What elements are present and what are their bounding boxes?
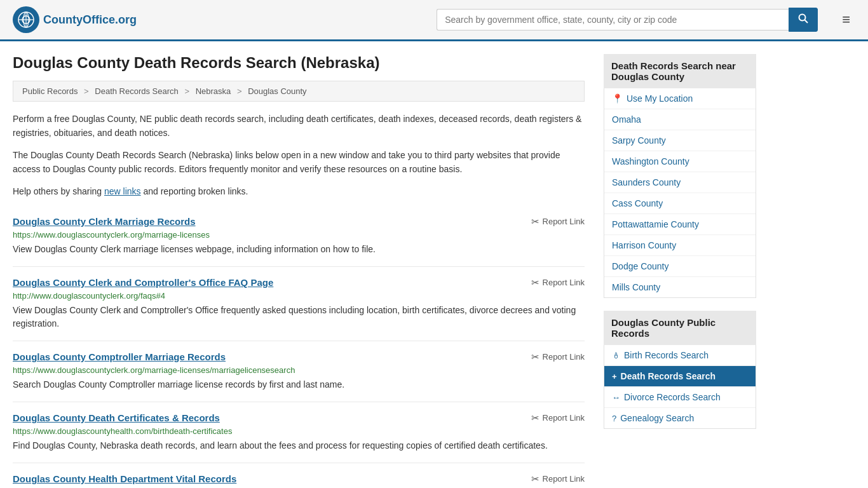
content-area: Douglas County Death Records Search (Neb…: [13, 54, 585, 488]
records-list: Douglas County Clerk Marriage Records ✂ …: [13, 206, 585, 488]
sidebar-nearby-link-3[interactable]: Washington County: [604, 151, 756, 172]
sidebar-nearby-item-9: Mills County: [604, 277, 756, 297]
breadcrumb-sep-1: >: [84, 86, 89, 96]
divorce-icon: ↔: [612, 393, 620, 402]
report-icon-3: ✂: [531, 412, 539, 424]
search-container: [437, 8, 818, 32]
logo-link[interactable]: CountyOffice.org: [13, 6, 137, 33]
sidebar-nearby-link-2[interactable]: Sarpy County: [604, 130, 756, 151]
sidebar-pub-link-3[interactable]: ?Genealogy Search: [604, 408, 756, 428]
report-link-btn-0[interactable]: ✂ Report Link: [531, 216, 585, 227]
birth-icon: 🕯: [612, 351, 620, 360]
desc-p3-post: and reporting broken links.: [141, 186, 248, 196]
record-title-4[interactable]: Douglas County Health Department Vital R…: [13, 473, 236, 484]
record-url-1: http://www.douglascountyclerk.org/faqs#4: [13, 291, 585, 301]
sidebar-nearby-link-0[interactable]: 📍Use My Location: [604, 88, 756, 109]
record-title-2[interactable]: Douglas County Comptroller Marriage Reco…: [13, 351, 226, 362]
sidebar-pub-item-3: ?Genealogy Search: [604, 408, 756, 428]
report-icon-1: ✂: [531, 277, 539, 288]
report-label-2: Report Link: [543, 352, 585, 362]
record-url-2: https://www.douglascountyclerk.org/marri…: [13, 365, 585, 375]
sidebar-nearby-link-9[interactable]: Mills County: [604, 277, 756, 297]
sidebar-pub-link-0[interactable]: 🕯Birth Records Search: [604, 345, 756, 365]
sidebar-pub-item-1: +Death Records Search: [604, 366, 756, 387]
breadcrumb: Public Records > Death Records Search > …: [13, 81, 585, 102]
sidebar-nearby-item-1: Omaha: [604, 109, 756, 130]
record-header-0: Douglas County Clerk Marriage Records ✂ …: [13, 216, 585, 227]
desc-paragraph-3: Help others by sharing new links and rep…: [13, 184, 585, 198]
menu-button[interactable]: ≡: [837, 9, 855, 30]
desc-paragraph-2: The Douglas County Death Records Search …: [13, 148, 585, 177]
report-link-btn-4[interactable]: ✂ Report Link: [531, 473, 585, 485]
logo-county: CountyOffice: [43, 13, 115, 26]
record-item-1: Douglas County Clerk and Comptroller's O…: [13, 267, 585, 341]
record-item-3: Douglas County Death Certificates & Reco…: [13, 402, 585, 463]
sidebar-nearby-item-0: 📍Use My Location: [604, 88, 756, 109]
breadcrumb-link-4[interactable]: Douglas County: [248, 86, 307, 96]
sidebar: Death Records Search near Douglas County…: [604, 54, 756, 488]
logo-icon: [13, 6, 39, 33]
sidebar-nearby-link-5[interactable]: Cass County: [604, 193, 756, 214]
report-label-3: Report Link: [543, 413, 585, 423]
report-label-0: Report Link: [543, 217, 585, 226]
record-desc-1: View Douglas County Clerk and Comptrolle…: [13, 304, 585, 330]
record-url-3: https://www.douglascountyhealth.com/birt…: [13, 426, 585, 436]
report-icon-0: ✂: [531, 216, 539, 227]
sidebar-pub-link-2[interactable]: ↔Divorce Records Search: [604, 387, 756, 407]
search-button[interactable]: [789, 8, 818, 32]
sidebar-public-records-header: Douglas County Public Records: [604, 311, 756, 345]
report-label-4: Report Link: [543, 474, 585, 484]
breadcrumb-sep-2: >: [184, 86, 189, 96]
sidebar-pub-item-0: 🕯Birth Records Search: [604, 345, 756, 366]
description-area: Perform a free Douglas County, NE public…: [13, 112, 585, 198]
record-title-1[interactable]: Douglas County Clerk and Comptroller's O…: [13, 277, 273, 288]
record-header-1: Douglas County Clerk and Comptroller's O…: [13, 277, 585, 288]
record-header-2: Douglas County Comptroller Marriage Reco…: [13, 351, 585, 363]
sidebar-nearby-item-7: Harrison County: [604, 235, 756, 256]
svg-point-5: [799, 15, 806, 21]
sidebar-nearby-link-7[interactable]: Harrison County: [604, 235, 756, 255]
sidebar-nearby-item-3: Washington County: [604, 151, 756, 172]
record-header-4: Douglas County Health Department Vital R…: [13, 473, 585, 485]
record-header-3: Douglas County Death Certificates & Reco…: [13, 412, 585, 424]
desc-paragraph-1: Perform a free Douglas County, NE public…: [13, 112, 585, 140]
sidebar-pub-item-2: ↔Divorce Records Search: [604, 387, 756, 408]
record-desc-3: Find Douglas County, Nebraska death reco…: [13, 439, 585, 452]
record-item-2: Douglas County Comptroller Marriage Reco…: [13, 341, 585, 402]
sidebar-nearby-link-8[interactable]: Dodge County: [604, 256, 756, 276]
breadcrumb-sep-3: >: [237, 86, 242, 96]
sidebar-nearby-list: 📍Use My Location Omaha Sarpy County Wash…: [604, 88, 756, 298]
record-desc-2: Search Douglas County Comptroller marria…: [13, 378, 585, 391]
page-header: CountyOffice.org ≡: [0, 0, 868, 41]
report-link-btn-2[interactable]: ✂ Report Link: [531, 351, 585, 363]
breadcrumb-link-1[interactable]: Public Records: [22, 86, 78, 96]
main-layout: Douglas County Death Records Search (Neb…: [0, 41, 868, 488]
svg-line-6: [805, 20, 808, 24]
sidebar-nearby-link-6[interactable]: Pottawattamie County: [604, 214, 756, 234]
report-icon-2: ✂: [531, 351, 539, 363]
sidebar-nearby-header: Death Records Search near Douglas County: [604, 54, 756, 88]
sidebar-nearby-item-2: Sarpy County: [604, 130, 756, 151]
search-input[interactable]: [437, 9, 789, 30]
genealogy-icon: ?: [612, 414, 616, 423]
new-links-link[interactable]: new links: [104, 186, 141, 196]
report-label-1: Report Link: [543, 278, 585, 287]
breadcrumb-link-2[interactable]: Death Records Search: [95, 86, 179, 96]
record-item-4: Douglas County Health Department Vital R…: [13, 463, 585, 488]
desc-p3-pre: Help others by sharing: [13, 186, 104, 196]
sidebar-nearby-item-4: Saunders County: [604, 172, 756, 193]
sidebar-nearby-item-8: Dodge County: [604, 256, 756, 277]
record-title-0[interactable]: Douglas County Clerk Marriage Records: [13, 216, 196, 227]
sidebar-nearby-section: Death Records Search near Douglas County…: [604, 54, 756, 298]
sidebar-nearby-link-1[interactable]: Omaha: [604, 109, 756, 130]
location-icon: 📍: [612, 93, 623, 104]
death-icon: +: [612, 372, 617, 381]
record-title-3[interactable]: Douglas County Death Certificates & Reco…: [13, 412, 220, 423]
report-link-btn-1[interactable]: ✂ Report Link: [531, 277, 585, 288]
report-link-btn-3[interactable]: ✂ Report Link: [531, 412, 585, 424]
sidebar-pub-link-1[interactable]: +Death Records Search: [604, 366, 756, 386]
sidebar-public-records-section: Douglas County Public Records 🕯Birth Rec…: [604, 311, 756, 429]
breadcrumb-link-3[interactable]: Nebraska: [196, 86, 231, 96]
record-url-0: https://www.douglascountyclerk.org/marri…: [13, 230, 585, 240]
sidebar-nearby-link-4[interactable]: Saunders County: [604, 172, 756, 193]
